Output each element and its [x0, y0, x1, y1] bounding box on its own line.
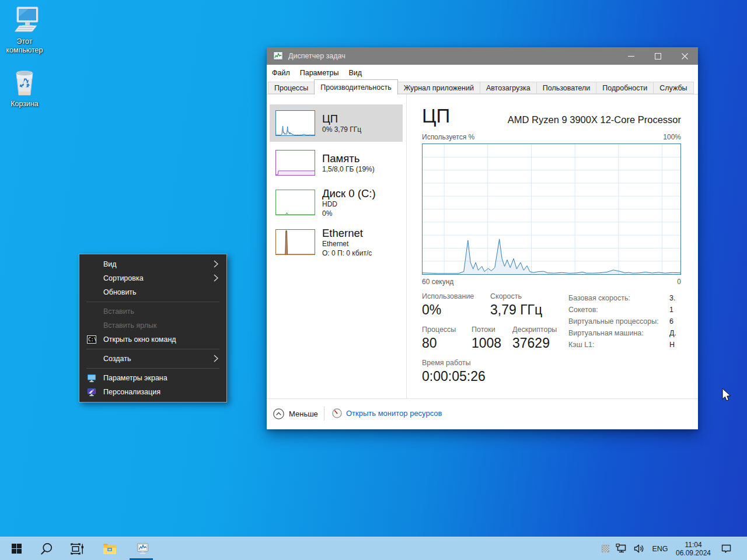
tab-performance[interactable]: Производительность — [314, 79, 397, 94]
menu-item-вид[interactable]: Вид — [348, 69, 362, 77]
detail-virtual-processors: Виртуальные процессоры: 6 — [568, 316, 682, 327]
network-tray-icon[interactable] — [613, 537, 630, 560]
file-explorer-button[interactable] — [96, 537, 124, 560]
clock[interactable]: 11:04 06.09.2024 — [672, 537, 714, 560]
detail-label: Базовая скорость: — [568, 294, 669, 302]
close-button[interactable] — [671, 47, 698, 65]
tab-app-history[interactable]: Журнал приложений — [397, 82, 480, 94]
desktop-context-menu: Вид Сортировка Обновить Вставить Вставит… — [79, 254, 227, 402]
action-center-button[interactable] — [714, 537, 738, 560]
stat-value: 37629 — [512, 335, 557, 351]
maximize-button[interactable] — [644, 47, 671, 65]
task-manager-icon — [136, 542, 149, 555]
task-manager-taskbar-button[interactable] — [128, 537, 156, 560]
performance-sidebar: ЦП 0% 3,79 ГГц Память 1,5/8,0 ГБ (19%) Д… — [267, 94, 407, 398]
stat-value: 3,79 ГГц — [490, 302, 542, 318]
footer-divider — [324, 407, 324, 421]
context-menu-item-view[interactable]: Вид — [81, 257, 225, 271]
this-pc-icon — [10, 6, 39, 35]
stat-value: 1008 — [472, 335, 501, 351]
detail-value: 3. — [669, 294, 682, 302]
chevron-up-circle-icon — [273, 408, 284, 419]
menu-item-параметры[interactable]: Параметры — [300, 69, 339, 77]
tray-app-icon[interactable] — [598, 537, 613, 560]
title-bar[interactable]: Диспетчер задач — [267, 47, 698, 65]
context-menu-item-display-settings[interactable]: Параметры экрана — [81, 371, 225, 385]
stat-processes: Процессы 80 — [422, 326, 456, 351]
sidebar-thumbnail-chart — [275, 110, 315, 136]
submenu-arrow-icon — [214, 260, 218, 268]
cpu-usage-chart — [422, 144, 681, 275]
context-menu-item-sort[interactable]: Сортировка — [81, 271, 225, 285]
chart-svg — [276, 111, 315, 135]
chart-svg — [276, 230, 315, 254]
close-icon — [682, 53, 688, 60]
context-menu-item-create[interactable]: Создать — [81, 352, 225, 366]
svg-text:C:\: C:\ — [88, 337, 96, 342]
context-menu-item-refresh[interactable]: Обновить — [81, 285, 225, 299]
open-resource-monitor-link[interactable]: Открыть монитор ресурсов — [332, 408, 442, 418]
performance-content: ЦП 0% 3,79 ГГц Память 1,5/8,0 ГБ (19%) Д… — [267, 94, 698, 398]
sidebar-thumbnail-chart — [275, 229, 315, 255]
stat-threads: Потоки 1008 — [472, 326, 501, 351]
search-button[interactable] — [33, 537, 61, 560]
context-menu-separator — [86, 368, 219, 369]
collapse-button[interactable]: Меньше — [273, 408, 318, 419]
detail-base-speed: Базовая скорость: 3. — [568, 292, 682, 304]
start-button[interactable] — [2, 537, 30, 560]
stat-speed: Скорость 3,79 ГГц — [490, 292, 542, 318]
task-view-button[interactable] — [63, 537, 91, 560]
context-menu-item-personalization[interactable]: Персонализация — [81, 385, 225, 399]
detail-value: Д. — [669, 329, 682, 337]
language-indicator[interactable]: ENG — [648, 537, 672, 560]
display-settings-icon — [87, 373, 96, 383]
windows-logo-icon — [12, 544, 22, 554]
cpu-details-list: Базовая скорость: 3. Сокетов: 1 Виртуаль… — [568, 292, 682, 351]
clock-lines: 11:04 06.09.2024 — [676, 541, 711, 557]
stat-label: Время работы — [422, 359, 486, 367]
context-menu-separator — [86, 349, 219, 349]
sidebar-item-memory[interactable]: Память 1,5/8,0 ГБ (19%) — [270, 144, 403, 181]
processor-name: AMD Ryzen 9 3900X 12-Core Processor — [508, 114, 681, 125]
file-explorer-icon — [103, 543, 117, 555]
context-menu-item-paste-shortcut: Вставить ярлык — [81, 318, 225, 332]
context-menu-separator — [86, 302, 219, 302]
tab-services[interactable]: Службы — [653, 82, 693, 94]
window-title: Диспетчер задач — [288, 52, 345, 60]
detail-label: Кэш L1: — [568, 341, 669, 349]
sidebar-item-disk[interactable]: Диск 0 (C:) HDD 0% — [270, 184, 403, 221]
stat-value: 0% — [422, 302, 474, 318]
menu-item-файл[interactable]: Файл — [272, 69, 290, 77]
desktop-icon-recycle-bin[interactable]: Корзина — [0, 68, 49, 108]
sidebar-item-ethernet[interactable]: Ethernet Ethernet О: 0 П: 0 кбит/с — [270, 223, 403, 261]
network-icon — [616, 544, 627, 554]
desktop-icon-label: Этот компьютер — [0, 37, 49, 55]
stat-label: Дескрипторы — [512, 326, 557, 334]
stat-usage: Использование 0% — [422, 292, 474, 318]
sidebar-item-title: Ethernet — [322, 226, 372, 240]
submenu-arrow-icon — [214, 355, 218, 362]
minimize-button[interactable] — [617, 47, 644, 65]
tab-details[interactable]: Подробности — [596, 82, 654, 94]
context-menu-item-open-command-window[interactable]: C:\ Открыть окно команд — [81, 332, 225, 346]
detail-sockets: Сокетов: 1 — [568, 304, 682, 316]
detail-l1-cache: Кэш L1: Н — [568, 339, 682, 351]
tab-processes[interactable]: Процессы — [268, 82, 315, 94]
sidebar-item-title: Диск 0 (C:) — [322, 187, 376, 200]
desktop-icon-this-pc[interactable]: Этот компьютер — [0, 6, 49, 55]
recycle-bin-icon — [11, 68, 39, 97]
sidebar-thumbnail-chart — [275, 190, 315, 215]
sidebar-item-subtitle: HDD — [322, 200, 376, 209]
tray-grid-icon — [602, 545, 609, 552]
tab-users[interactable]: Пользователи — [536, 82, 597, 94]
volume-icon — [634, 544, 645, 554]
personalization-icon — [87, 387, 96, 397]
date-label: 06.09.2024 — [676, 549, 711, 557]
tab-startup[interactable]: Автозагрузка — [480, 82, 537, 94]
sidebar-item-cpu[interactable]: ЦП 0% 3,79 ГГц — [270, 104, 403, 142]
volume-tray-icon[interactable] — [630, 537, 648, 560]
axis-label-bottom-right: 0 — [677, 278, 681, 286]
command-prompt-icon: C:\ — [87, 335, 96, 344]
task-manager-window: Диспетчер задач ФайлПараметрыВид Процесс… — [267, 47, 698, 429]
language-label: ENG — [652, 545, 668, 553]
